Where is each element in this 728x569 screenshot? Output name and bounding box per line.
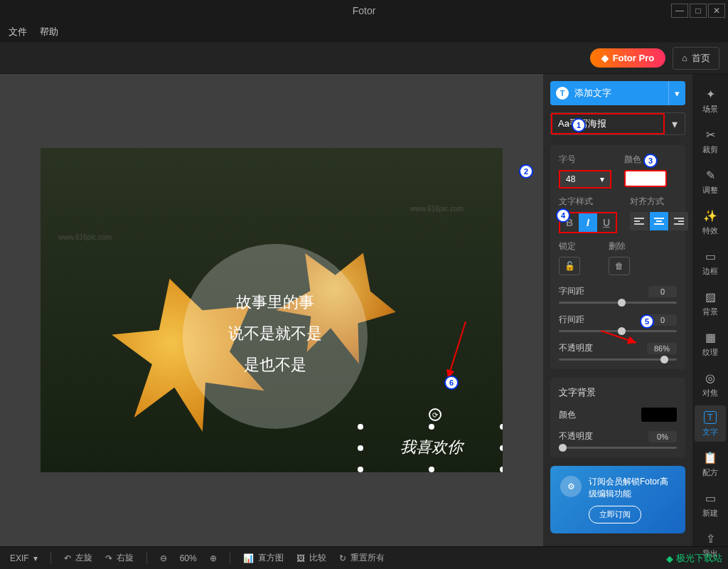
annotation-1: 1 — [572, 118, 586, 132]
promo-icon: ⚙ — [560, 476, 582, 497]
watermark: www.616pic.com — [58, 233, 112, 241]
home-button[interactable]: ⌂ 首页 — [673, 47, 719, 70]
histogram-button[interactable]: 📊直方图 — [243, 552, 284, 564]
stars-icon: ✨ — [703, 208, 717, 223]
minimize-button[interactable]: — — [671, 4, 688, 18]
texture-icon: ▦ — [703, 330, 717, 344]
right-toolbar: ✦场景 ✂裁剪 ✎调整 ✨特效 ▭边框 ▨背景 ▦纹理 ◎对焦 T文字 📋配方 … — [692, 74, 728, 546]
promo-text: 订阅会员解锁Fotor高级编辑功能 — [589, 476, 675, 500]
zoom-level: 60% — [180, 553, 197, 563]
resize-handle-nw[interactable] — [358, 424, 363, 430]
tool-scene[interactable]: ✦场景 — [695, 81, 726, 119]
crop-icon: ✂ — [703, 127, 717, 142]
canvas[interactable]: 故事里的事 说不是就不是 是也不是 www.616pic.com www.616… — [41, 148, 503, 472]
hatch-icon: ▨ — [703, 289, 717, 304]
resize-handle-se[interactable] — [500, 467, 503, 472]
tool-effect[interactable]: ✨特效 — [695, 203, 726, 240]
rotate-handle[interactable]: ⟳ — [429, 408, 441, 421]
clipboard-icon: 📋 — [703, 450, 717, 464]
rotate-left-icon: ↶ — [64, 553, 71, 563]
tool-text[interactable]: T文字 — [695, 405, 726, 442]
resize-handle-n[interactable] — [429, 424, 434, 430]
text-icon: T — [556, 87, 569, 100]
close-button[interactable]: ✕ — [708, 4, 725, 18]
rotate-right-button[interactable]: ↷右旋 — [105, 552, 134, 564]
top-toolbar: ◆ Fotor Pro ⌂ 首页 — [0, 43, 728, 74]
underline-button[interactable]: U — [597, 213, 616, 232]
compare-icon: 🖼 — [296, 553, 305, 563]
sparkle-icon: ✦ — [703, 87, 717, 101]
zoom-in-icon: ⊕ — [210, 553, 217, 563]
align-left-button[interactable] — [630, 212, 648, 230]
tool-border[interactable]: ▭边框 — [695, 243, 726, 281]
annotation-2: 2 — [519, 164, 533, 179]
lock-label: 锁定 — [559, 240, 580, 252]
chevron-down-icon: ▾ — [600, 174, 604, 184]
line-spacing-slider[interactable] — [559, 330, 677, 332]
italic-button[interactable]: I — [579, 213, 597, 232]
selected-text[interactable]: 我喜欢你 — [360, 437, 503, 458]
fotor-pro-button[interactable]: ◆ Fotor Pro — [590, 48, 666, 68]
menu-help[interactable]: 帮助 — [40, 26, 58, 38]
opacity-slider[interactable] — [559, 358, 677, 361]
bg-opacity-slider[interactable] — [559, 447, 677, 449]
text-icon: T — [704, 411, 717, 424]
delete-button[interactable]: 🗑 — [609, 257, 630, 275]
align-center-button[interactable] — [650, 212, 668, 230]
annotation-4: 4 — [556, 208, 570, 223]
text-background-section: 文字背景 颜色 不透明度 0% — [550, 378, 685, 457]
menu-file[interactable]: 文件 — [9, 26, 27, 38]
reset-button[interactable]: ↻重置所有 — [339, 552, 385, 564]
font-dropdown[interactable]: Aa手写海报 — [551, 113, 665, 134]
annotation-6: 6 — [444, 376, 459, 390]
resize-handle-ne[interactable] — [500, 424, 503, 430]
rotate-left-button[interactable]: ↶左旋 — [64, 552, 92, 564]
delete-label: 删除 — [609, 240, 630, 252]
tool-focus[interactable]: ◎对焦 — [695, 365, 726, 403]
canvas-area: 故事里的事 说不是就不是 是也不是 www.616pic.com www.616… — [0, 74, 543, 546]
maximize-button[interactable]: □ — [690, 4, 707, 18]
compare-button[interactable]: 🖼比较 — [296, 552, 326, 564]
tool-recipe[interactable]: 📋配方 — [695, 445, 726, 482]
tool-adjust[interactable]: ✎调整 — [695, 162, 726, 200]
font-size-dropdown[interactable]: 48 ▾ — [559, 170, 611, 188]
home-icon: ⌂ — [682, 53, 687, 63]
target-icon: ◎ — [703, 371, 717, 385]
annotation-5: 5 — [640, 314, 654, 329]
lock-button[interactable]: 🔓 — [559, 257, 580, 275]
exif-button[interactable]: EXIF ▾ — [10, 553, 38, 563]
bg-opacity-label: 不透明度 — [559, 430, 593, 442]
line-spacing-label: 行间距 — [559, 314, 584, 326]
subscribe-button[interactable]: 立即订阅 — [589, 506, 641, 523]
size-label: 字号 — [559, 154, 611, 166]
text-selection-box[interactable]: ⟳ 我喜欢你 ✥ — [360, 427, 503, 469]
histogram-icon: 📊 — [243, 553, 254, 563]
border-icon: ▭ — [703, 249, 717, 263]
site-watermark: ◆ 极光下载站 — [666, 552, 722, 565]
chevron-down-icon[interactable]: ▾ — [665, 117, 685, 131]
chevron-down-icon[interactable]: ▾ — [668, 81, 685, 105]
resize-handle-s[interactable] — [429, 467, 434, 472]
resize-handle-sw[interactable] — [358, 467, 363, 472]
add-text-button[interactable]: T 添加文字 ▾ — [550, 81, 685, 105]
text-color-swatch[interactable] — [624, 170, 667, 187]
zoom-out-button[interactable]: ⊖ — [160, 553, 167, 563]
align-right-button[interactable] — [670, 212, 688, 230]
tool-background[interactable]: ▨背景 — [695, 284, 726, 321]
opacity-label: 不透明度 — [559, 342, 593, 354]
titlebar: Fotor — □ ✕ — [0, 0, 728, 21]
letter-spacing-slider[interactable] — [559, 302, 677, 304]
menubar: 文件 帮助 — [0, 21, 728, 43]
bg-color-swatch[interactable] — [641, 408, 677, 422]
promo-card: ⚙ 订阅会员解锁Fotor高级编辑功能 立即订阅 — [550, 466, 685, 533]
reset-icon: ↻ — [339, 553, 346, 563]
tool-crop[interactable]: ✂裁剪 — [695, 122, 726, 159]
letter-spacing-value: 0 — [648, 286, 677, 297]
watermark: www.616pic.com — [410, 205, 464, 213]
letter-spacing-label: 字间距 — [559, 285, 584, 297]
bg-opacity-value: 0% — [648, 431, 677, 442]
tool-new[interactable]: ▭新建 — [695, 485, 726, 523]
tool-texture[interactable]: ▦纹理 — [695, 324, 726, 362]
zoom-in-button[interactable]: ⊕ — [210, 553, 217, 563]
app-title: Fotor — [353, 5, 376, 16]
